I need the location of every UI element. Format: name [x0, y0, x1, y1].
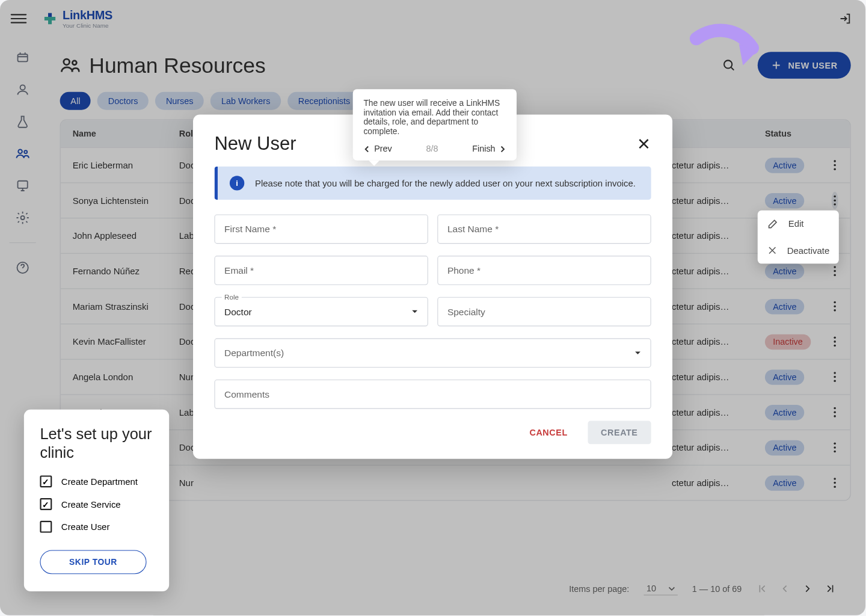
checkbox-icon[interactable]	[40, 498, 52, 510]
role-select[interactable]: Role Doctor	[214, 297, 428, 327]
checkbox-icon[interactable]	[40, 521, 52, 533]
onboarding-card: Let's set up your clinic Create Departme…	[24, 409, 169, 591]
tour-count: 8/8	[426, 144, 438, 154]
tour-prev-button[interactable]: Prev	[363, 144, 392, 154]
create-button[interactable]: CREATE	[588, 421, 651, 445]
info-icon: i	[230, 176, 244, 190]
onboard-title: Let's set up your clinic	[40, 424, 153, 463]
row-context-menu: Edit Deactivate	[758, 211, 839, 264]
onboard-item[interactable]: Create User	[40, 521, 153, 533]
tour-popover: The new user will receive a LinkHMS invi…	[353, 89, 517, 160]
tour-text: The new user will receive a LinkHMS invi…	[363, 99, 506, 136]
menu-edit[interactable]: Edit	[758, 211, 839, 237]
new-user-dialog: New User i Please note that you will be …	[193, 114, 672, 458]
checkbox-icon[interactable]	[40, 475, 52, 487]
email-field[interactable]: Email *	[214, 256, 428, 285]
cancel-button[interactable]: CANCEL	[519, 421, 579, 445]
departments-select[interactable]: Department(s)	[214, 338, 651, 368]
tour-arrow	[687, 19, 767, 72]
phone-field[interactable]: Phone *	[437, 256, 651, 285]
first-name-field[interactable]: First Name *	[214, 214, 428, 244]
comments-field[interactable]: Comments	[214, 380, 651, 409]
onboard-item[interactable]: Create Department	[40, 475, 153, 487]
last-name-field[interactable]: Last Name *	[437, 214, 651, 244]
specialty-field[interactable]: Specialty	[437, 297, 651, 327]
onboard-item[interactable]: Create Service	[40, 498, 153, 510]
skip-tour-button[interactable]: SKIP TOUR	[40, 550, 146, 574]
menu-deactivate[interactable]: Deactivate	[758, 237, 839, 263]
close-icon[interactable]	[636, 137, 651, 151]
tour-finish-button[interactable]: Finish	[472, 144, 506, 154]
info-banner: i Please note that you will be charged f…	[214, 167, 651, 200]
dialog-title: New User	[214, 133, 296, 154]
